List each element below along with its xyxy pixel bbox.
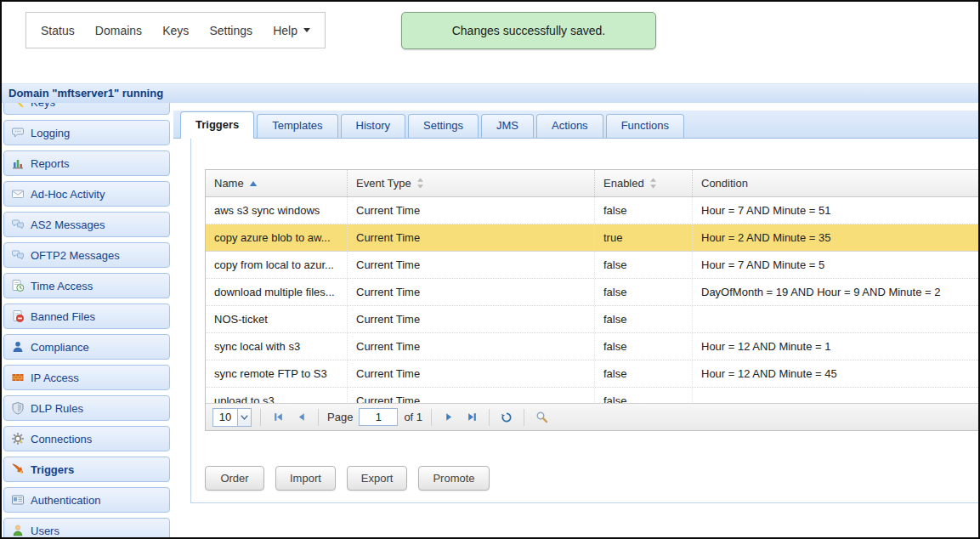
sort-icon bbox=[416, 178, 424, 189]
menu-item-keys[interactable]: Keys bbox=[162, 24, 189, 37]
tab-strip: TriggersTemplatesHistorySettingsJMSActio… bbox=[173, 111, 978, 139]
cell-enabled: false bbox=[595, 279, 693, 305]
sidebar-item-label: Logging bbox=[31, 127, 70, 139]
tab-history[interactable]: History bbox=[341, 114, 405, 138]
pager-separator bbox=[431, 409, 432, 426]
table-row[interactable]: sync remote FTP to S3Current TimefalseHo… bbox=[206, 360, 978, 388]
cell-event-type: Current Time bbox=[348, 197, 595, 224]
tab-settings[interactable]: Settings bbox=[408, 114, 479, 138]
promote-button[interactable]: Promote bbox=[418, 466, 489, 491]
tab-label: Triggers bbox=[195, 118, 239, 131]
cell-name: copy from local to azur... bbox=[206, 252, 348, 278]
order-button[interactable]: Order bbox=[205, 466, 264, 491]
cell-condition: Hour = 12 AND Minute = 1 bbox=[693, 333, 978, 360]
cell-name: sync local with s3 bbox=[206, 333, 348, 360]
sidebar-item-as2-messages[interactable]: AS2 Messages bbox=[3, 212, 170, 237]
cell-condition: Hour = 7 AND Minute = 5 bbox=[693, 252, 978, 278]
page-size-value: 10 bbox=[213, 409, 237, 426]
table-row[interactable]: aws s3 sync windowsCurrent TimefalseHour… bbox=[206, 197, 978, 224]
table-row[interactable]: copy from local to azur...Current Timefa… bbox=[206, 252, 978, 279]
table-row[interactable]: copy azure blob to aw...Current Timetrue… bbox=[206, 224, 978, 252]
cell-event-type: Current Time bbox=[348, 279, 595, 305]
tab-jms[interactable]: JMS bbox=[481, 114, 534, 138]
refresh-button[interactable] bbox=[498, 409, 515, 426]
table-row[interactable]: upload to s3Current Timefalse bbox=[206, 388, 978, 403]
sidebar-item-logging[interactable]: Logging bbox=[3, 120, 170, 145]
sidebar-item-time-access[interactable]: Time Access bbox=[3, 273, 170, 298]
page-of-label: of 1 bbox=[404, 411, 422, 423]
gear-icon bbox=[11, 432, 25, 445]
sort-asc-icon bbox=[249, 180, 258, 187]
page-size-select[interactable]: 10 bbox=[212, 408, 252, 427]
column-header-event-type[interactable]: Event Type bbox=[348, 170, 595, 196]
shield-icon bbox=[11, 401, 25, 415]
sidebar-item-label: Time Access bbox=[31, 280, 93, 292]
cell-name: aws s3 sync windows bbox=[206, 197, 348, 224]
tab-label: Settings bbox=[423, 119, 463, 132]
sidebar-item-label: IP Access bbox=[31, 372, 79, 384]
import-button[interactable]: Import bbox=[275, 466, 336, 491]
tab-label: History bbox=[356, 119, 390, 132]
cell-condition: Hour = 2 AND Minute = 35 bbox=[693, 224, 978, 251]
caret-down-icon bbox=[303, 28, 310, 32]
pager-last-button[interactable] bbox=[463, 409, 480, 426]
sidebar-item-oftp2-messages[interactable]: OFTP2 Messages bbox=[3, 242, 170, 268]
sidebar-item-compliance[interactable]: Compliance bbox=[3, 334, 170, 360]
sidebar-item-ad-hoc-activity[interactable]: Ad-Hoc Activity bbox=[3, 181, 170, 207]
table-row[interactable]: sync local with s3Current TimefalseHour … bbox=[206, 333, 978, 360]
export-button[interactable]: Export bbox=[347, 466, 408, 491]
sidebar-item-reports[interactable]: Reports bbox=[3, 150, 170, 176]
tab-label: Templates bbox=[272, 119, 322, 132]
cell-name: sync remote FTP to S3 bbox=[206, 360, 348, 387]
sidebar-item-dlp-rules[interactable]: DLP Rules bbox=[3, 395, 170, 421]
messages-icon bbox=[11, 218, 25, 231]
menu-item-settings[interactable]: Settings bbox=[209, 24, 252, 37]
sidebar-item-banned-files[interactable]: Banned Files bbox=[3, 304, 170, 329]
menu-item-help[interactable]: Help bbox=[273, 24, 310, 37]
pager-prev-button[interactable] bbox=[292, 409, 309, 426]
triggers-panel: NameEvent TypeEnabledCondition aws s3 sy… bbox=[190, 139, 978, 503]
sidebar-item-ip-access[interactable]: IP Access bbox=[3, 365, 170, 390]
cell-condition bbox=[693, 306, 978, 332]
cell-condition: DayOfMonth = 19 AND Hour = 9 AND Minute … bbox=[693, 279, 978, 305]
speech-bubble-icon bbox=[11, 126, 25, 139]
tab-actions[interactable]: Actions bbox=[536, 114, 603, 138]
sidebar-item-keys[interactable]: Keys bbox=[3, 103, 170, 115]
cell-name: NOS-ticket bbox=[206, 306, 348, 332]
sort-icon bbox=[649, 178, 657, 189]
column-header-condition[interactable]: Condition bbox=[693, 170, 978, 196]
envelope-icon bbox=[11, 187, 25, 201]
firewall-icon bbox=[11, 371, 25, 384]
person-blue-icon bbox=[11, 340, 25, 354]
tab-triggers[interactable]: Triggers bbox=[180, 111, 254, 139]
cell-name: upload to s3 bbox=[206, 388, 348, 403]
cell-name: download multiple files... bbox=[206, 279, 348, 305]
pager-first-button[interactable] bbox=[269, 409, 286, 426]
pager-next-button[interactable] bbox=[440, 409, 457, 426]
column-header-label: Enabled bbox=[603, 177, 644, 190]
cell-condition bbox=[693, 388, 978, 403]
search-button[interactable] bbox=[533, 409, 550, 426]
column-header-enabled[interactable]: Enabled bbox=[595, 170, 693, 196]
cell-enabled: false bbox=[595, 197, 693, 224]
cell-event-type: Current Time bbox=[348, 252, 595, 278]
table-row[interactable]: NOS-ticketCurrent Timefalse bbox=[206, 306, 978, 333]
sidebar-item-triggers[interactable]: Triggers bbox=[3, 457, 170, 482]
column-header-label: Name bbox=[214, 177, 244, 190]
cell-enabled: false bbox=[595, 388, 693, 403]
menu-item-domains[interactable]: Domains bbox=[95, 24, 142, 37]
sidebar-item-connections[interactable]: Connections bbox=[3, 426, 170, 451]
sidebar-item-users[interactable]: Users bbox=[3, 518, 170, 537]
menu-item-status[interactable]: Status bbox=[41, 24, 75, 37]
save-success-notification: Changes successfully saved. bbox=[401, 12, 656, 49]
tab-functions[interactable]: Functions bbox=[606, 114, 684, 138]
triggers-grid: NameEvent TypeEnabledCondition aws s3 sy… bbox=[205, 169, 978, 431]
sidebar-item-authentication[interactable]: Authentication bbox=[3, 487, 170, 513]
sidebar-nav: KeysLoggingReportsAd-Hoc ActivityAS2 Mes… bbox=[2, 103, 173, 537]
cell-enabled: false bbox=[595, 252, 693, 278]
page-number-input[interactable] bbox=[359, 408, 398, 426]
column-header-name[interactable]: Name bbox=[206, 170, 348, 196]
tab-templates[interactable]: Templates bbox=[257, 114, 337, 138]
table-row[interactable]: download multiple files...Current Timefa… bbox=[206, 279, 978, 306]
menu-item-label: Help bbox=[273, 24, 297, 37]
